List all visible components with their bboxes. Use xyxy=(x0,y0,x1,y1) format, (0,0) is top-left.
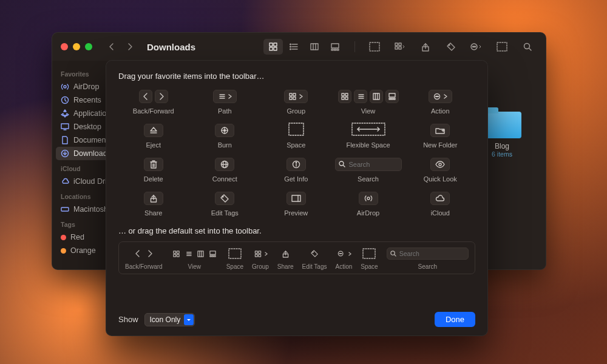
default-toolbar-set[interactable]: Back/Forward View Space Group Share Edit… xyxy=(118,241,475,274)
tags-toolbar-button[interactable] xyxy=(441,39,461,55)
svg-point-87 xyxy=(296,162,296,163)
show-select-field[interactable]: Icon Only xyxy=(144,313,195,326)
chevron-right-icon xyxy=(144,249,155,259)
palette-item-quick-look[interactable]: Quick Look xyxy=(408,157,473,183)
palette-item-get-info[interactable]: Get Info xyxy=(263,157,329,183)
list-view-button[interactable] xyxy=(284,39,304,55)
palette-item-label: Group xyxy=(287,107,305,115)
palette-item-icloud[interactable]: iCloud xyxy=(408,191,473,217)
minimize-window-button[interactable] xyxy=(73,43,80,50)
svg-rect-42 xyxy=(290,93,292,96)
svg-line-89 xyxy=(343,166,345,167)
search-toolbar-button[interactable] xyxy=(518,39,537,55)
icon-view-button[interactable] xyxy=(263,39,283,55)
svg-point-8 xyxy=(290,46,291,47)
palette-item-burn[interactable]: Burn xyxy=(192,123,258,149)
svg-rect-77 xyxy=(151,162,156,168)
burn-icon xyxy=(215,124,234,137)
svg-point-88 xyxy=(339,161,344,166)
svg-rect-112 xyxy=(255,251,257,253)
back-button[interactable] xyxy=(106,39,118,54)
space-icon xyxy=(228,248,242,259)
forward-button[interactable] xyxy=(124,39,136,54)
palette-item-label: Share xyxy=(144,209,162,217)
palette-item-back-forward[interactable]: Back/Forward xyxy=(121,89,186,115)
default-item-share: Share xyxy=(277,247,294,270)
palette-item-new-folder[interactable]: New Folder xyxy=(408,123,473,149)
palette-item-label: Connect xyxy=(212,175,237,183)
svg-rect-114 xyxy=(255,254,257,257)
close-window-button[interactable] xyxy=(61,43,68,50)
svg-rect-58 xyxy=(391,98,393,99)
svg-point-28 xyxy=(475,46,475,47)
tag-icon xyxy=(215,192,234,205)
svg-point-96 xyxy=(367,197,370,200)
default-item-group: Group xyxy=(252,247,269,270)
tag-dot-icon xyxy=(61,248,66,254)
palette-item-view[interactable]: View xyxy=(335,89,402,115)
default-item-label: Space xyxy=(361,263,378,270)
svg-rect-3 xyxy=(274,47,277,50)
palette-item-airdrop[interactable]: AirDrop xyxy=(335,191,402,217)
palette-item-label: Quick Look xyxy=(424,175,457,183)
gallery-view-button[interactable] xyxy=(325,39,345,55)
group-icon xyxy=(284,90,308,103)
palette-item-eject[interactable]: Eject xyxy=(121,123,186,149)
palette-item-delete[interactable]: Delete xyxy=(121,157,186,183)
gallery-view-icon xyxy=(385,90,399,103)
palette-item-connect[interactable]: Connect xyxy=(192,157,258,183)
sidebar-item-label: Desktop xyxy=(73,123,101,131)
svg-rect-1 xyxy=(274,43,277,46)
folder-item-blog[interactable]: Blog 6 items xyxy=(483,112,521,158)
airdrop-icon xyxy=(61,83,69,91)
path-icon xyxy=(213,90,237,103)
done-button[interactable]: Done xyxy=(435,312,475,327)
svg-rect-46 xyxy=(342,93,344,96)
palette-item-action[interactable]: Action xyxy=(408,89,473,115)
palette-item-group[interactable]: Group xyxy=(263,89,329,115)
share-toolbar-button[interactable] xyxy=(416,39,435,55)
svg-rect-108 xyxy=(210,255,211,257)
svg-line-31 xyxy=(529,49,531,50)
svg-rect-111 xyxy=(229,249,241,258)
svg-rect-18 xyxy=(395,43,398,46)
palette-item-label: New Folder xyxy=(423,141,457,149)
action-icon xyxy=(336,249,347,259)
default-item-view: View xyxy=(171,247,218,270)
view-switcher xyxy=(263,39,345,55)
window-controls xyxy=(61,43,92,50)
action-toolbar-button[interactable] xyxy=(467,39,486,55)
space-icon xyxy=(288,123,304,138)
svg-rect-100 xyxy=(177,254,179,257)
column-view-button[interactable] xyxy=(305,39,324,55)
cloud-icon xyxy=(430,192,450,205)
group-toolbar-button[interactable] xyxy=(390,39,410,55)
gallery-view-icon xyxy=(208,249,218,259)
space-toolbar-item xyxy=(365,39,384,55)
column-view-icon xyxy=(370,90,383,103)
sidebar-item-label: Recents xyxy=(73,96,101,104)
svg-rect-29 xyxy=(497,42,507,51)
svg-rect-57 xyxy=(389,98,391,99)
chevron-left-icon xyxy=(132,249,143,259)
svg-rect-14 xyxy=(331,49,333,50)
maximize-window-button[interactable] xyxy=(85,43,92,50)
palette-item-flexible-space[interactable]: Flexible Space xyxy=(335,123,402,149)
svg-rect-20 xyxy=(395,47,398,49)
palette-item-label: Search xyxy=(358,175,379,183)
palette-item-search[interactable]: Search xyxy=(335,157,402,183)
palette-item-path[interactable]: Path xyxy=(192,89,258,115)
svg-rect-0 xyxy=(270,43,273,46)
desktop-icon xyxy=(61,123,69,131)
new-folder-icon xyxy=(430,124,450,137)
svg-point-26 xyxy=(472,46,473,47)
palette-item-edit-tags[interactable]: Edit Tags xyxy=(192,191,258,217)
svg-point-9 xyxy=(290,49,291,50)
palette-item-share[interactable]: Share xyxy=(121,191,186,217)
palette-item-space[interactable]: Space xyxy=(263,123,329,149)
show-select[interactable]: Icon Only xyxy=(144,313,195,326)
palette-item-preview[interactable]: Preview xyxy=(263,191,329,217)
svg-rect-43 xyxy=(293,93,296,96)
svg-rect-113 xyxy=(259,251,261,253)
search-field-preview xyxy=(387,248,469,260)
